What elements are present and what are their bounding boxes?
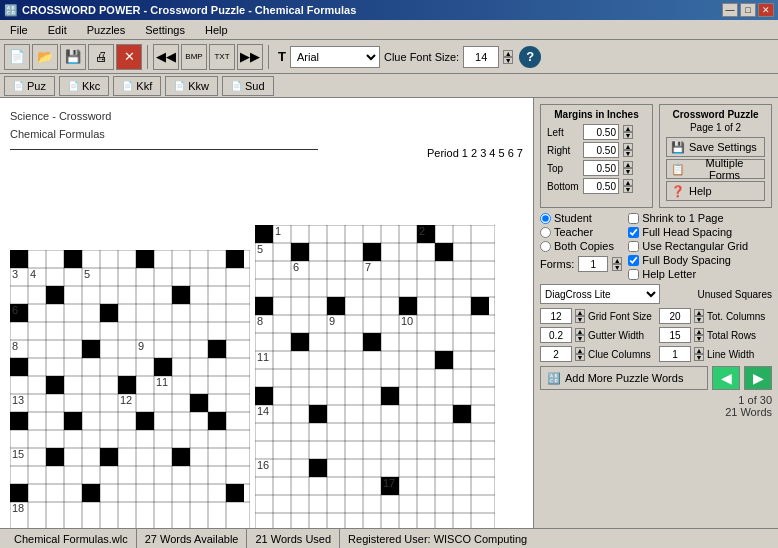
teacher-radio[interactable]: Teacher bbox=[540, 226, 622, 238]
back-button[interactable]: ◀◀ bbox=[153, 44, 179, 70]
lw-down[interactable]: ▼ bbox=[694, 354, 704, 361]
period-label: Period bbox=[427, 147, 459, 159]
help-letter-checkbox[interactable]: Help Letter bbox=[628, 268, 748, 280]
bottom-down[interactable]: ▼ bbox=[623, 186, 633, 193]
maximize-button[interactable]: □ bbox=[740, 3, 756, 17]
cc-down[interactable]: ▼ bbox=[575, 354, 585, 361]
registered-label: Registered User: WISCO Computing bbox=[348, 533, 527, 545]
tab-puz[interactable]: 📄 Puz bbox=[4, 76, 55, 96]
stop-button[interactable]: ✕ bbox=[116, 44, 142, 70]
right-up[interactable]: ▲ bbox=[623, 143, 633, 150]
both-copies-radio[interactable]: Both Copies bbox=[540, 240, 622, 252]
add-words-button[interactable]: 🔠 Add More Puzzle Words bbox=[540, 366, 708, 390]
minimize-button[interactable]: — bbox=[722, 3, 738, 17]
grid-right: 1 2 5 6 7 8 9 10 11 14 16 17 bbox=[255, 225, 495, 528]
tab-kkw[interactable]: 📄 Kkw bbox=[165, 76, 218, 96]
margins-title: Margins in Inches bbox=[547, 109, 646, 120]
puzzle-area[interactable]: Science - Crossword Chemical Formulas Pe… bbox=[0, 98, 533, 528]
clue-columns-label: Clue Columns bbox=[588, 349, 653, 360]
gutter-input[interactable] bbox=[540, 327, 572, 343]
tc-down[interactable]: ▼ bbox=[694, 316, 704, 323]
help-info-button[interactable]: ❓ Help bbox=[666, 181, 765, 201]
total-rows-input[interactable] bbox=[659, 327, 691, 343]
close-button[interactable]: ✕ bbox=[758, 3, 774, 17]
full-head-checkbox[interactable]: Full Head Spacing bbox=[628, 226, 748, 238]
top-down[interactable]: ▼ bbox=[623, 168, 633, 175]
tab-kkf[interactable]: 📄 Kkf bbox=[113, 76, 161, 96]
radio-group: Student Teacher Both Copies Forms: ▲ ▼ bbox=[540, 212, 622, 280]
left-up[interactable]: ▲ bbox=[623, 125, 633, 132]
period-values: 1 2 3 4 5 6 7 bbox=[462, 147, 523, 159]
nav-back-button[interactable]: ◀ bbox=[712, 366, 740, 390]
bottom-margin-input[interactable] bbox=[583, 178, 619, 194]
puzzle-title-line1: Science - Crossword bbox=[10, 108, 523, 126]
grid-font-size-input[interactable] bbox=[540, 308, 572, 324]
gutter-down[interactable]: ▼ bbox=[575, 335, 585, 342]
forms-label: Forms: bbox=[540, 258, 574, 270]
menu-puzzles[interactable]: Puzzles bbox=[81, 22, 132, 38]
left-down[interactable]: ▼ bbox=[623, 132, 633, 139]
bmp-button[interactable]: BMP bbox=[181, 44, 207, 70]
rectangular-checkbox[interactable]: Use Rectangular Grid bbox=[628, 240, 748, 252]
menu-file[interactable]: File bbox=[4, 22, 34, 38]
svg-rect-29 bbox=[136, 250, 154, 268]
font-style-select[interactable]: DiagCross Lite bbox=[540, 284, 660, 304]
forms-input[interactable] bbox=[578, 256, 608, 272]
tab-kkc[interactable]: 📄 Kkc bbox=[59, 76, 109, 96]
menu-settings[interactable]: Settings bbox=[139, 22, 191, 38]
save-settings-button[interactable]: 💾 Save Settings bbox=[666, 137, 765, 157]
menu-edit[interactable]: Edit bbox=[42, 22, 73, 38]
open-button[interactable]: 📂 bbox=[32, 44, 58, 70]
menu-help[interactable]: Help bbox=[199, 22, 234, 38]
gutter-up[interactable]: ▲ bbox=[575, 328, 585, 335]
title-bar-left: 🔠 CROSSWORD POWER - Crossword Puzzle - C… bbox=[4, 4, 356, 17]
right-down[interactable]: ▼ bbox=[623, 150, 633, 157]
svg-text:7: 7 bbox=[365, 261, 371, 273]
tr-up[interactable]: ▲ bbox=[694, 328, 704, 335]
tr-down[interactable]: ▼ bbox=[694, 335, 704, 342]
nav-forward-button[interactable]: ▶ bbox=[744, 366, 772, 390]
page-info-1: 1 of 30 bbox=[738, 394, 772, 406]
tc-up[interactable]: ▲ bbox=[694, 309, 704, 316]
help-button[interactable]: ? bbox=[519, 46, 541, 68]
left-margin-input[interactable] bbox=[583, 124, 619, 140]
save-button[interactable]: 💾 bbox=[60, 44, 86, 70]
font-size-up[interactable]: ▲ bbox=[503, 50, 513, 57]
right-margin-input[interactable] bbox=[583, 142, 619, 158]
font-select[interactable]: Arial bbox=[290, 46, 380, 68]
top-margin-input[interactable] bbox=[583, 160, 619, 176]
tot-columns-input[interactable] bbox=[659, 308, 691, 324]
svg-rect-27 bbox=[10, 250, 28, 268]
crossword-area[interactable]: 3 4 5 6 8 9 11 12 13 15 18 bbox=[10, 165, 500, 525]
new-button[interactable]: 📄 bbox=[4, 44, 30, 70]
line-width-input[interactable] bbox=[659, 346, 691, 362]
shrink-checkbox[interactable]: Shrink to 1 Page bbox=[628, 212, 748, 224]
gfs-up[interactable]: ▲ bbox=[575, 309, 585, 316]
margins-section: Margins in Inches Left ▲ ▼ Right ▲ ▼ bbox=[540, 104, 772, 208]
tab-sud[interactable]: 📄 Sud bbox=[222, 76, 274, 96]
margin-bottom-row: Bottom ▲ ▼ bbox=[547, 178, 646, 194]
print-button[interactable]: 🖨 bbox=[88, 44, 114, 70]
clue-font-size-input[interactable] bbox=[463, 46, 499, 68]
font-size-down[interactable]: ▼ bbox=[503, 57, 513, 64]
period-line: Period 1 2 3 4 5 6 7 bbox=[427, 147, 523, 159]
cc-up[interactable]: ▲ bbox=[575, 347, 585, 354]
lw-up[interactable]: ▲ bbox=[694, 347, 704, 354]
top-up[interactable]: ▲ bbox=[623, 161, 633, 168]
bottom-up[interactable]: ▲ bbox=[623, 179, 633, 186]
txt-button[interactable]: TXT bbox=[209, 44, 235, 70]
both-copies-label: Both Copies bbox=[554, 240, 614, 252]
forward-button[interactable]: ▶▶ bbox=[237, 44, 263, 70]
full-body-checkbox[interactable]: Full Body Spacing bbox=[628, 254, 748, 266]
student-radio[interactable]: Student bbox=[540, 212, 622, 224]
multiple-forms-button[interactable]: 📋 Multiple Forms bbox=[666, 159, 765, 179]
svg-rect-41 bbox=[190, 394, 208, 412]
forms-down[interactable]: ▼ bbox=[612, 264, 622, 271]
svg-rect-92 bbox=[255, 225, 273, 243]
forms-up[interactable]: ▲ bbox=[612, 257, 622, 264]
file-tabs: 📄 Puz 📄 Kkc 📄 Kkf 📄 Kkw 📄 Sud bbox=[0, 74, 778, 98]
clue-columns-input[interactable] bbox=[540, 346, 572, 362]
svg-rect-95 bbox=[363, 243, 381, 261]
gfs-down[interactable]: ▼ bbox=[575, 316, 585, 323]
svg-text:1: 1 bbox=[275, 225, 281, 237]
